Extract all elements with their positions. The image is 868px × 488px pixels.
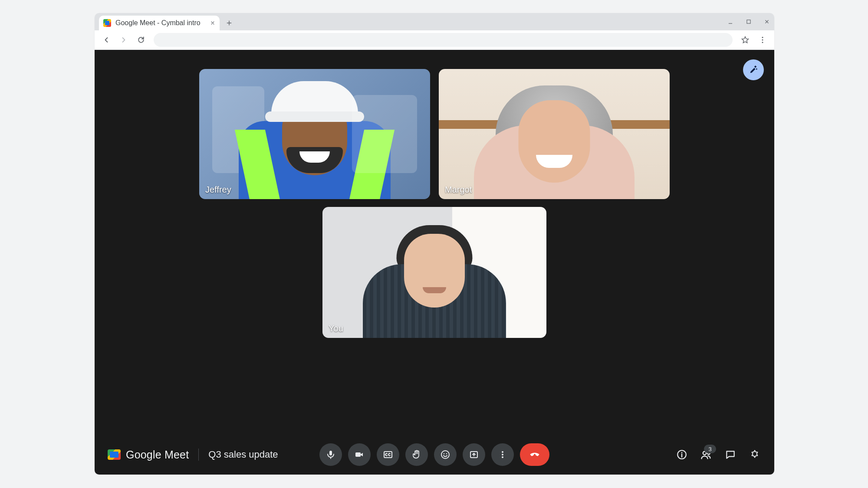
svg-point-11 xyxy=(502,454,503,455)
call-controls xyxy=(319,443,549,466)
present-screen-button[interactable] xyxy=(463,443,485,466)
meeting-details-button[interactable] xyxy=(675,448,688,461)
more-options-button[interactable] xyxy=(491,443,514,466)
info-controls: 3 xyxy=(675,448,761,461)
participant-name: Margot xyxy=(445,185,472,195)
reload-icon[interactable] xyxy=(134,33,148,47)
participant-tile-margot[interactable]: Margot xyxy=(439,69,670,199)
meet-surface: Jeffrey Margot xyxy=(95,50,774,475)
window-controls xyxy=(727,13,771,30)
avatar xyxy=(322,207,546,338)
reactions-button[interactable] xyxy=(434,443,457,466)
participant-tile-you[interactable]: You xyxy=(322,207,546,338)
forward-icon[interactable] xyxy=(116,33,131,47)
back-icon[interactable] xyxy=(99,33,114,47)
new-tab-button[interactable] xyxy=(223,17,235,29)
minimize-icon[interactable] xyxy=(727,18,734,26)
video-row: You xyxy=(322,207,546,338)
tab-title: Google Meet - Cymbal intro xyxy=(115,19,206,27)
svg-point-2 xyxy=(762,39,763,41)
meet-favicon-icon xyxy=(103,19,111,27)
video-grid: Jeffrey Margot xyxy=(95,69,774,338)
svg-rect-4 xyxy=(355,452,361,457)
captions-button[interactable] xyxy=(377,443,399,466)
close-window-icon[interactable] xyxy=(763,18,771,26)
svg-point-14 xyxy=(681,452,683,453)
close-tab-icon[interactable] xyxy=(210,20,215,26)
video-row: Jeffrey Margot xyxy=(199,69,670,199)
meeting-title: Q3 sales update xyxy=(208,449,278,460)
participant-tile-jeffrey[interactable]: Jeffrey xyxy=(199,69,430,199)
browser-menu-icon[interactable] xyxy=(755,33,770,47)
raise-hand-button[interactable] xyxy=(405,443,428,466)
avatar xyxy=(199,69,430,199)
meet-logo-icon xyxy=(108,449,121,460)
svg-rect-0 xyxy=(747,20,750,23)
camera-button[interactable] xyxy=(348,443,371,466)
meet-bottom-bar: Google Meet Q3 sales update xyxy=(95,435,774,475)
svg-point-8 xyxy=(446,453,447,455)
browser-toolbar xyxy=(95,30,774,50)
svg-point-6 xyxy=(441,451,449,459)
bookmark-star-icon[interactable] xyxy=(738,33,753,47)
svg-point-7 xyxy=(444,453,445,455)
chat-button[interactable] xyxy=(724,448,737,461)
svg-point-3 xyxy=(762,42,763,43)
mute-mic-button[interactable] xyxy=(319,443,342,466)
participant-count-badge: 3 xyxy=(704,445,716,453)
browser-tab[interactable]: Google Meet - Cymbal intro xyxy=(99,16,220,30)
svg-point-12 xyxy=(502,456,503,458)
tab-strip: Google Meet - Cymbal intro xyxy=(95,13,774,30)
address-bar[interactable] xyxy=(154,33,733,47)
maximize-icon[interactable] xyxy=(745,18,753,26)
svg-point-10 xyxy=(502,451,503,453)
divider xyxy=(198,449,199,461)
participant-name: You xyxy=(329,324,343,334)
browser-window: Google Meet - Cymbal intro xyxy=(95,13,774,475)
svg-point-1 xyxy=(762,37,763,38)
avatar xyxy=(439,69,670,199)
brand-text: Google Meet xyxy=(126,449,189,461)
participant-name: Jeffrey xyxy=(205,185,231,195)
people-button[interactable]: 3 xyxy=(700,448,713,461)
leave-call-button[interactable] xyxy=(520,443,549,466)
activities-button[interactable] xyxy=(748,448,761,461)
